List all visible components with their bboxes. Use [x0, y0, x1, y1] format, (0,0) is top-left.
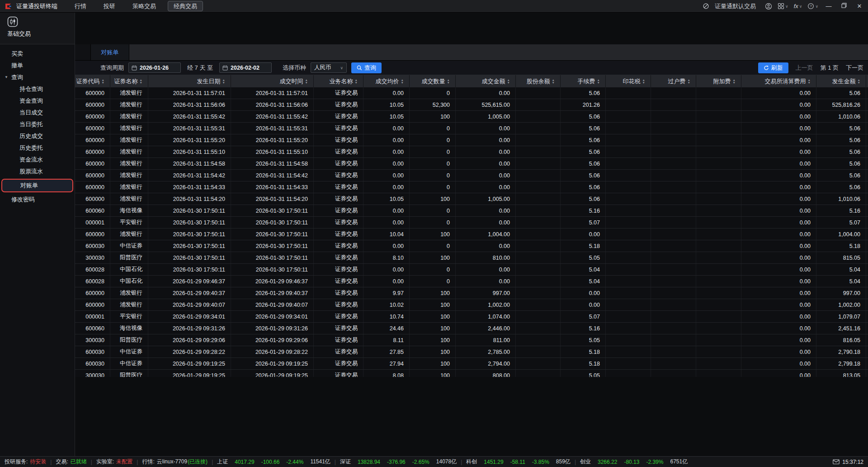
table-cell: 2026-01-29 09:46:37 [148, 276, 231, 287]
menu-item[interactable]: 经典交易 [168, 1, 203, 11]
table-cell: 0.00 [741, 323, 816, 334]
table-row[interactable]: 600000浦发银行2026-01-29 09:40:372026-01-29 … [75, 287, 868, 299]
table-row[interactable]: 600000浦发银行2026-01-31 11:57:012026-01-31 … [75, 87, 868, 99]
table-cell: 2026-01-31 11:54:42 [148, 170, 231, 181]
column-header[interactable]: 发生金额▲▼ [816, 75, 866, 87]
column-header[interactable]: 过户费▲▼ [651, 75, 696, 87]
refresh-icon [764, 65, 769, 71]
maximize-button[interactable] [839, 3, 849, 10]
search-button[interactable]: 查询 [351, 62, 382, 73]
menu-item[interactable]: 投研 [98, 1, 121, 11]
refresh-button[interactable]: 刷新 [758, 62, 788, 73]
sidebar-item[interactable]: 修改密码 [0, 194, 75, 205]
sidebar-item[interactable]: 历史成交 [0, 130, 75, 142]
table-cell: 5.06 [816, 146, 866, 157]
privacy-eye-off-icon[interactable] [703, 3, 709, 10]
table-row[interactable]: 600000浦发银行2026-01-31 11:55:202026-01-31 … [75, 134, 868, 146]
sidebar-item[interactable]: 资金流水 [0, 154, 75, 166]
index-value: 4017.29 [235, 459, 254, 465]
module-basic-trading[interactable]: 基础交易 [0, 13, 75, 44]
sidebar-item[interactable]: 对账单 [1, 179, 73, 192]
table-cell: 0.00 [741, 111, 816, 122]
table-row[interactable]: 600030中信证券2026-01-29 09:19:252026-01-29 … [75, 358, 868, 370]
account-label[interactable]: 证量通默认交易 [715, 2, 756, 10]
table-row[interactable]: 600028中国石化2026-01-30 17:50:112026-01-30 … [75, 264, 868, 276]
close-button[interactable]: ✕ [854, 3, 864, 10]
table-row[interactable]: 600000浦发银行2026-01-31 11:55:102026-01-31 … [75, 146, 868, 158]
table-row[interactable]: 600030中信证券2026-01-29 09:28:222026-01-29 … [75, 346, 868, 358]
table-row[interactable]: 600000浦发银行2026-01-31 11:56:062026-01-31 … [75, 99, 868, 111]
table-row[interactable]: 600000浦发银行2026-01-30 17:50:112026-01-30 … [75, 229, 868, 240]
tab-statement[interactable]: 对账单 [90, 44, 129, 60]
table-row[interactable]: 600060海信视像2026-01-29 09:31:262026-01-29 … [75, 323, 868, 334]
date-from-input[interactable]: 2026-01-26 [128, 62, 181, 73]
table-row[interactable]: 300030阳普医疗2026-01-29 09:19:252026-01-29 … [75, 370, 868, 377]
column-header[interactable]: 成交均价▲▼ [363, 75, 410, 87]
table-row[interactable]: 600000浦发银行2026-01-31 11:54:202026-01-31 … [75, 193, 868, 205]
table-cell: 0.00 [456, 217, 516, 228]
currency-select[interactable]: 人民币 ∨ [311, 62, 347, 73]
table-row[interactable]: 600000浦发银行2026-01-31 11:54:582026-01-31 … [75, 158, 868, 170]
table-row[interactable]: 000001平安银行2026-01-30 17:50:112026-01-30 … [75, 217, 868, 229]
apps-grid-icon[interactable]: ∨ [778, 3, 788, 10]
table-row[interactable]: 600028中国石化2026-01-29 09:46:372026-01-29 … [75, 276, 868, 287]
column-header[interactable]: 股份余额▲▼ [516, 75, 561, 87]
table-row[interactable]: 600000浦发银行2026-01-31 11:55:312026-01-31 … [75, 123, 868, 134]
table-cell: 证券交易 [314, 358, 363, 369]
table-cell: 52,300 [410, 99, 456, 110]
table-cell [516, 217, 561, 228]
table-cell: 2026-01-31 11:55:31 [231, 123, 314, 134]
sidebar-item[interactable]: 持仓查询 [0, 83, 75, 95]
prev-page-button[interactable]: 上一页 [796, 64, 813, 72]
column-header[interactable]: 交易所清算费用▲▼ [741, 75, 816, 87]
column-header[interactable]: 成交时间▲▼ [231, 75, 314, 87]
sidebar-item[interactable]: 股票流水 [0, 166, 75, 177]
next-page-button[interactable]: 下一页 [846, 64, 863, 72]
column-label: 业务名称 [330, 77, 353, 86]
table-row[interactable]: 600000浦发银行2026-01-31 11:54:332026-01-31 … [75, 181, 868, 193]
table-row[interactable]: 600000浦发银行2026-01-31 11:54:422026-01-31 … [75, 170, 868, 181]
menu-item[interactable]: 行情 [69, 1, 92, 11]
table-cell: 5.06 [816, 87, 866, 99]
sidebar-item-label: 资金流水 [19, 156, 43, 163]
menu-item[interactable]: 策略交易 [127, 1, 161, 11]
column-header[interactable]: 手续费▲▼ [561, 75, 606, 87]
sidebar-item[interactable]: 买卖 [0, 48, 75, 60]
sidebar-item[interactable]: 资金查询 [0, 95, 75, 107]
sidebar-item[interactable]: 当日成交 [0, 107, 75, 119]
table-cell [516, 323, 561, 334]
date-to-input[interactable]: 2026-02-02 [219, 62, 272, 73]
column-header[interactable]: 印花税▲▼ [606, 75, 651, 87]
user-account-icon[interactable] [765, 3, 772, 10]
column-header[interactable]: 证券名称▲▼ [110, 75, 148, 87]
table-row[interactable]: 600000浦发银行2026-01-31 11:55:422026-01-31 … [75, 111, 868, 123]
expand-caret-icon[interactable]: ▼ [5, 71, 8, 83]
table-row[interactable]: 000001平安银行2026-01-29 09:34:012026-01-29 … [75, 311, 868, 323]
table-cell: 阳普医疗 [110, 334, 148, 346]
table-row[interactable]: 600000浦发银行2026-01-29 09:40:072026-01-29 … [75, 299, 868, 311]
column-header[interactable]: 成交数量▲▼ [410, 75, 456, 87]
table-cell: 300030 [75, 370, 110, 377]
table-row[interactable]: 300030阳普医疗2026-01-29 09:29:062026-01-29 … [75, 334, 868, 346]
table-cell: 证券交易 [314, 276, 363, 287]
table-cell: 2026-01-30 17:50:11 [148, 229, 231, 240]
sidebar-item[interactable]: 当日委托 [0, 119, 75, 130]
column-header[interactable]: 证券代码▲▼ [75, 75, 110, 87]
minimize-button[interactable]: — [824, 3, 834, 10]
sidebar-item[interactable]: 撤单 [0, 60, 75, 71]
column-header[interactable]: 发生日期▲▼ [148, 75, 231, 87]
mail-icon[interactable] [833, 459, 840, 464]
column-header[interactable]: 成交金额▲▼ [456, 75, 516, 87]
table-row[interactable]: 300030阳普医疗2026-01-30 17:50:112026-01-30 … [75, 252, 868, 264]
table-row[interactable]: 600060海信视像2026-01-30 17:50:112026-01-30 … [75, 205, 868, 217]
sidebar-item[interactable]: ▼查询 [0, 71, 75, 83]
formula-fx-icon[interactable]: fx∨ [794, 3, 802, 10]
column-header[interactable]: 附加费▲▼ [696, 75, 741, 87]
help-icon[interactable]: ? ∨ [807, 3, 818, 10]
table-cell: 2026-01-29 09:19:25 [231, 358, 314, 369]
table-cell: 27.94 [363, 358, 410, 369]
index-name: 创业 [580, 458, 591, 466]
table-row[interactable]: 600030中信证券2026-01-30 17:50:112026-01-30 … [75, 240, 868, 252]
sidebar-item[interactable]: 历史委托 [0, 142, 75, 154]
column-header[interactable]: 业务名称▲▼ [314, 75, 363, 87]
